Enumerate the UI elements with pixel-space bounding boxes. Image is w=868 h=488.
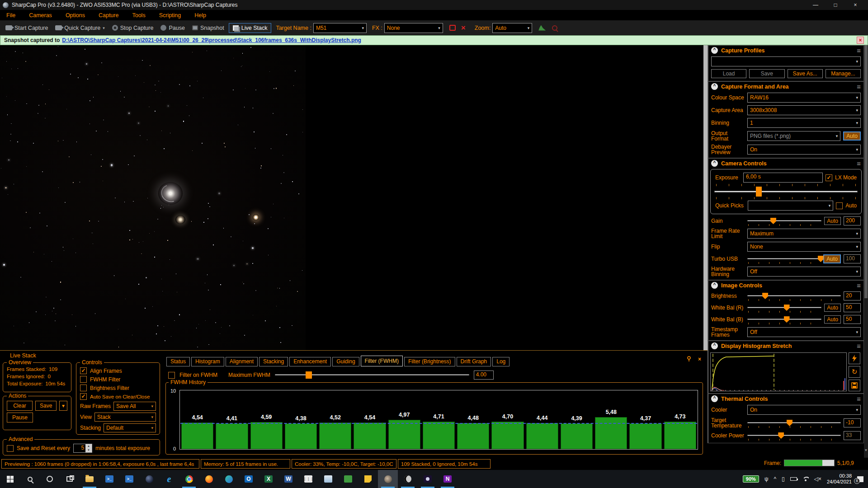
histogram-stretch-graph[interactable] — [710, 352, 847, 391]
phone-icon[interactable]: ▯ — [782, 476, 785, 482]
menu-tools[interactable]: Tools — [132, 12, 145, 19]
brightness-filter-checkbox[interactable] — [80, 385, 87, 391]
profile-save-as-button[interactable]: Save As... — [788, 69, 823, 78]
tab-alignment[interactable]: Alignment — [226, 357, 258, 366]
reticle-zoom-icon[interactable] — [552, 25, 557, 31]
chrome-button[interactable] — [179, 470, 199, 488]
tab-filter-brightness[interactable]: Filter (Brightness) — [404, 357, 455, 366]
white-bal-b-auto-button[interactable]: Auto — [824, 315, 841, 324]
binning-select[interactable]: 1▾ — [747, 118, 861, 128]
maximum-fwhm-value[interactable]: 4.00 — [474, 371, 494, 380]
moon-app-button[interactable] — [398, 470, 418, 488]
pin-icon[interactable] — [686, 356, 692, 361]
hardware-binning-select[interactable]: Off▾ — [747, 267, 861, 277]
starfield[interactable] — [0, 45, 306, 350]
timestamp-frames-select[interactable]: Off▾ — [747, 327, 861, 337]
usb-icon[interactable]: ψ — [764, 476, 769, 482]
internet-explorer-button[interactable]: e — [159, 470, 179, 488]
stop-capture-button[interactable]: Stop Capture — [109, 23, 156, 33]
stepper-arrows-icon[interactable]: ▲▼ — [85, 444, 92, 452]
task-view-button[interactable] — [60, 470, 80, 488]
turbo-usb-slider[interactable] — [747, 255, 821, 263]
image-viewport[interactable] — [0, 45, 703, 350]
fwhm-filter-checkbox[interactable] — [80, 376, 87, 383]
chevron-down-icon[interactable]: ▾ — [103, 26, 105, 30]
collapse-icon[interactable]: ^ — [711, 160, 718, 167]
profile-manage-button[interactable]: Manage... — [826, 69, 861, 78]
align-frames-checkbox[interactable]: ✓ — [80, 367, 87, 374]
word-button[interactable]: W — [278, 470, 298, 488]
collapse-icon[interactable]: ^ — [711, 83, 718, 90]
taskbar-clock[interactable]: 00:38 24/04/2021 — [827, 473, 852, 485]
debayer-preview-select[interactable]: On▾ — [747, 145, 861, 155]
quick-picks-auto-checkbox[interactable] — [836, 202, 843, 209]
brightness-value[interactable]: 20 — [844, 291, 861, 300]
minutes-stepper[interactable]: 5 ▲▼ — [73, 444, 92, 453]
gain-value[interactable]: 200 — [844, 216, 861, 225]
snapshot-button[interactable]: Snapshot — [189, 23, 227, 33]
onenote-button[interactable]: N — [438, 470, 458, 488]
quick-capture-button[interactable]: Quick Capture ▾ — [52, 23, 107, 33]
live-stack-button[interactable]: Live Stack — [229, 23, 272, 33]
collapse-icon[interactable]: ^ — [711, 282, 718, 289]
flip-select[interactable]: None▾ — [747, 242, 861, 252]
panel-close-icon[interactable]: × — [698, 356, 701, 362]
tab-log[interactable]: Log — [492, 357, 509, 366]
snapshot-path-link[interactable]: D:\ASTRO\SharpCap Captures\2021-04-24\M5… — [62, 37, 361, 43]
colour-space-select[interactable]: RAW16▾ — [747, 93, 861, 103]
reset-stretch-button[interactable]: ↻ — [849, 366, 860, 378]
excel-button[interactable]: X — [259, 470, 278, 488]
powershell-2-button[interactable]: >_ — [119, 470, 139, 488]
tab-guiding[interactable]: Guiding — [332, 357, 359, 366]
pause-stack-button[interactable]: Pause — [7, 413, 33, 422]
view-select[interactable]: Stack▾ — [94, 413, 156, 422]
hamburger-icon[interactable]: ≡ — [857, 161, 861, 166]
collapse-icon[interactable]: ^ — [711, 47, 718, 54]
calculator-button[interactable]: ⋮⋮⋮ — [298, 470, 318, 488]
sticky-notes-button[interactable] — [358, 470, 378, 488]
astro-app-button[interactable] — [139, 470, 159, 488]
raw-frames-select[interactable]: Save All▾ — [113, 402, 156, 411]
fx-select[interactable]: None ▾ — [384, 23, 443, 33]
battery-icon[interactable] — [790, 477, 797, 481]
turbo-usb-auto-button[interactable]: Auto — [823, 254, 841, 263]
close-button[interactable]: × — [845, 0, 865, 10]
collapse-icon[interactable]: ^ — [711, 395, 718, 402]
target-name-select[interactable]: M51 ▾ — [313, 23, 367, 33]
collapse-icon[interactable]: ^ — [711, 343, 718, 349]
menu-options[interactable]: Options — [66, 12, 85, 19]
firefox-button[interactable] — [199, 470, 219, 488]
clear-button[interactable]: Clear — [7, 401, 33, 411]
battery-saver-badge[interactable]: 90% — [743, 475, 759, 483]
save-button[interactable]: Save — [35, 401, 57, 411]
notification-center-icon[interactable]: 8 — [857, 476, 863, 482]
white-bal-r-auto-button[interactable]: Auto — [824, 304, 841, 312]
cooler-power-slider[interactable] — [747, 432, 841, 439]
output-format-select[interactable]: PNG files (*.png)▾ — [747, 131, 840, 141]
selection-area-icon[interactable] — [449, 25, 456, 31]
profile-select[interactable]: ▾ — [711, 56, 861, 66]
tab-status[interactable]: Status — [166, 357, 190, 366]
hamburger-icon[interactable]: ≡ — [857, 283, 861, 288]
cortana-button[interactable] — [40, 470, 60, 488]
hamburger-icon[interactable]: ≡ — [857, 84, 861, 89]
menu-cameras[interactable]: Cameras — [29, 12, 52, 19]
auto-stretch-button[interactable] — [849, 352, 860, 364]
white-bal-b-slider[interactable] — [747, 316, 821, 323]
output-format-auto-button[interactable]: Auto — [843, 131, 861, 141]
menu-scripting[interactable]: Scripting — [159, 12, 181, 19]
cooler-select[interactable]: On▾ — [747, 405, 861, 415]
histogram-icon[interactable] — [538, 25, 546, 31]
hamburger-icon[interactable]: ≡ — [857, 48, 861, 53]
exposure-input[interactable]: 6,00 s — [743, 173, 823, 183]
powershell-button[interactable]: >_ — [99, 470, 119, 488]
menu-help[interactable]: Help — [194, 12, 206, 19]
save-stretch-button[interactable] — [849, 380, 860, 391]
clear-selection-icon[interactable]: × — [461, 25, 466, 31]
tab-drift-graph[interactable]: Drift Graph — [457, 357, 491, 366]
pause-button[interactable]: Pause — [158, 23, 187, 33]
tab-enhancement[interactable]: Enhancement — [289, 357, 331, 366]
tab-histogram[interactable]: Histogram — [191, 357, 224, 366]
stacking-select[interactable]: Default▾ — [104, 423, 156, 432]
minimize-button[interactable]: — — [806, 0, 826, 10]
